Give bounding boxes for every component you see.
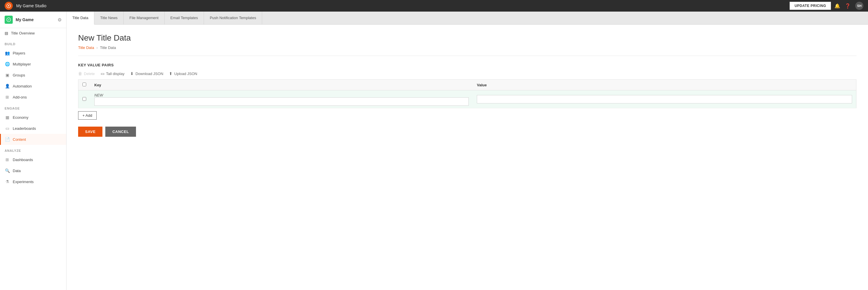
page-title: New Title Data (78, 33, 857, 42)
row-checkbox[interactable] (83, 97, 86, 101)
sidebar-label-multiplayer: Multiplayer (13, 62, 31, 66)
logo (5, 2, 13, 10)
sidebar-item-groups[interactable]: ▣ Groups (0, 69, 66, 81)
cancel-button[interactable]: CANCEL (105, 126, 136, 137)
main-content: Title Data Title News File Management Em… (66, 11, 868, 290)
sidebar-item-automation[interactable]: 👤 Automation (0, 81, 66, 91)
tab-push-notification[interactable]: Push Notification Templates (204, 11, 262, 24)
key-input[interactable] (94, 97, 469, 106)
top-nav: My Game Studio UPDATE PRICING 🔔 ❓ SH (0, 0, 868, 11)
sidebar-label-economy: Economy (13, 115, 28, 120)
game-icon (5, 16, 13, 24)
header-checkbox-col (79, 80, 91, 90)
breadcrumb-separator: › (96, 46, 97, 50)
sidebar-label-experiments: Experiments (13, 180, 34, 184)
sidebar-label-automation: Automation (13, 84, 32, 88)
delete-icon: 🗑 (78, 71, 82, 76)
delete-button[interactable]: 🗑 Delete (78, 71, 95, 76)
help-icon[interactable]: ❓ (845, 3, 850, 9)
value-header: Value (473, 80, 856, 90)
sidebar-label-leaderboards: Leaderboards (13, 126, 36, 130)
update-pricing-button[interactable]: UPDATE PRICING (789, 2, 831, 10)
game-title: My Game (16, 18, 55, 22)
save-button[interactable]: SAVE (78, 126, 102, 137)
economy-icon: ▦ (5, 115, 10, 120)
sidebar-item-addons[interactable]: ⊞ Add-ons (0, 91, 66, 103)
sidebar-item-data[interactable]: 🔍 Data (0, 165, 66, 176)
action-buttons: SAVE CANCEL (78, 126, 857, 137)
sidebar-label-data: Data (13, 169, 21, 173)
svg-point-1 (8, 5, 9, 7)
sidebar-label-addons: Add-ons (13, 95, 27, 99)
tab-email-templates[interactable]: Email Templates (165, 11, 204, 24)
new-label: NEW (94, 93, 103, 97)
section-analyze: ANALYZE (0, 145, 66, 154)
sidebar-item-content[interactable]: 📄 Content (0, 134, 66, 145)
chart-icon: ▤ (5, 31, 8, 35)
section-title: KEY VALUE PAIRS (78, 63, 857, 67)
automation-icon: 👤 (5, 83, 10, 89)
upload-json-button[interactable]: ⬆ Upload JSON (169, 71, 197, 76)
content-icon: 📄 (5, 137, 10, 142)
add-button[interactable]: + Add (78, 111, 97, 120)
bell-icon[interactable]: 🔔 (834, 3, 840, 9)
table-row: NEW (79, 90, 857, 108)
value-cell (473, 90, 856, 108)
users-icon: 👥 (5, 50, 10, 56)
section-engage: ENGAGE (0, 103, 66, 112)
layout: My Game ⚙ ▤ Title Overview BUILD 👥 Playe… (0, 11, 868, 290)
tab-bar: Title Data Title News File Management Em… (66, 11, 868, 25)
breadcrumb: Title Data › Title Data (78, 46, 857, 56)
data-icon: 🔍 (5, 168, 10, 173)
download-icon: ⬇ (130, 71, 134, 76)
breadcrumb-current: Title Data (100, 46, 116, 50)
content-area: New Title Data Title Data › Title Data K… (66, 25, 868, 290)
breadcrumb-link[interactable]: Title Data (78, 46, 94, 50)
game-header: My Game ⚙ (0, 11, 66, 28)
tab-title-data[interactable]: Title Data (66, 11, 94, 25)
sidebar-label-groups: Groups (13, 73, 25, 77)
select-all-checkbox[interactable] (83, 83, 86, 86)
key-cell: NEW (90, 90, 473, 108)
top-nav-icons: 🔔 ❓ SH (834, 2, 863, 10)
value-input[interactable] (477, 95, 852, 104)
kv-table: Key Value NEW (78, 79, 857, 108)
sidebar-label-players: Players (13, 51, 25, 55)
sidebar-item-economy[interactable]: ▦ Economy (0, 112, 66, 123)
download-json-button[interactable]: ⬇ Download JSON (130, 71, 163, 76)
tall-display-button[interactable]: ▭ Tall display (101, 71, 125, 76)
addons-icon: ⊞ (5, 94, 10, 100)
sidebar-label-dashboards: Dashboards (13, 157, 33, 162)
row-checkbox-cell (79, 90, 91, 108)
tab-title-news[interactable]: Title News (94, 11, 124, 24)
gear-icon[interactable]: ⚙ (58, 17, 62, 23)
sidebar-item-title-overview[interactable]: ▤ Title Overview (0, 28, 66, 38)
sidebar-item-players[interactable]: 👥 Players (0, 48, 66, 59)
globe-icon: 🌐 (5, 61, 10, 67)
upload-icon: ⬆ (169, 71, 173, 76)
avatar[interactable]: SH (855, 2, 863, 10)
section-build: BUILD (0, 38, 66, 48)
sidebar-item-experiments[interactable]: ⚗ Experiments (0, 176, 66, 187)
dashboards-icon: ⊞ (5, 157, 10, 162)
sidebar-item-dashboards[interactable]: ⊞ Dashboards (0, 154, 66, 165)
sidebar-item-leaderboards[interactable]: ▭ Leaderboards (0, 123, 66, 134)
key-header: Key (90, 80, 473, 90)
studio-name: My Game Studio (16, 3, 786, 8)
leaderboards-icon: ▭ (5, 126, 10, 131)
tab-file-management[interactable]: File Management (124, 11, 164, 24)
sidebar: My Game ⚙ ▤ Title Overview BUILD 👥 Playe… (0, 11, 66, 290)
groups-icon: ▣ (5, 72, 10, 78)
experiments-icon: ⚗ (5, 179, 10, 184)
sidebar-label-content: Content (13, 137, 26, 142)
sidebar-item-multiplayer[interactable]: 🌐 Multiplayer (0, 59, 66, 69)
tall-display-icon: ▭ (101, 71, 104, 76)
toolbar: 🗑 Delete ▭ Tall display ⬇ Download JSON … (78, 71, 857, 76)
sidebar-label-title-overview: Title Overview (11, 31, 35, 35)
